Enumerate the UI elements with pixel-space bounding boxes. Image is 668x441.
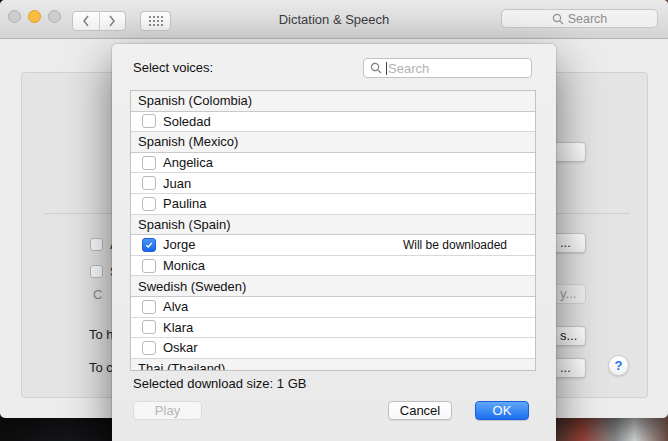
voice-checkbox[interactable] [142, 197, 156, 211]
voice-row[interactable]: Alva [131, 297, 535, 318]
ok-button[interactable]: OK [475, 401, 529, 420]
voice-checkbox[interactable] [142, 156, 156, 170]
voice-name: Soledad [163, 114, 535, 129]
cancel-button[interactable]: Cancel [388, 401, 452, 420]
voice-name: Jorge [163, 237, 403, 252]
text-caret [386, 62, 387, 75]
voice-row[interactable]: Oskar [131, 338, 535, 359]
background-checkbox-2[interactable] [90, 265, 103, 278]
title-bar: Dictation & Speech Search [0, 0, 668, 39]
language-group-header: Swedish (Sweden) [131, 276, 535, 297]
select-voices-dialog: Select voices: Search Spanish (Colombia)… [112, 44, 556, 441]
voice-checkbox[interactable] [142, 300, 156, 314]
voices-search-field[interactable]: Search [363, 58, 532, 78]
help-button[interactable]: ? [608, 355, 629, 376]
voice-row[interactable]: Soledad [131, 112, 535, 133]
voice-name: Paulina [163, 196, 535, 211]
voice-name: Angelica [163, 155, 535, 170]
voice-name: Monica [163, 258, 535, 273]
voice-checkbox[interactable] [142, 114, 156, 128]
toolbar-search-placeholder: Search [568, 12, 608, 26]
voice-name: Juan [163, 176, 535, 191]
group-label: Thai (Thailand) [138, 361, 225, 371]
language-group-header: Spanish (Colombia) [131, 91, 535, 112]
voice-name: Oskar [163, 340, 535, 355]
download-size-info: Selected download size: 1 GB [133, 376, 306, 391]
dialog-title: Select voices: [133, 60, 213, 75]
group-label: Spanish (Spain) [138, 217, 231, 232]
language-group-header: Spanish (Spain) [131, 215, 535, 236]
group-label: Swedish (Sweden) [138, 279, 246, 294]
voice-row[interactable]: Juan [131, 173, 535, 194]
group-label: Spanish (Mexico) [138, 134, 238, 149]
play-button[interactable]: Play [133, 401, 202, 420]
voice-checkbox[interactable] [142, 176, 156, 190]
voice-row[interactable]: Paulina [131, 194, 535, 215]
voice-row[interactable]: JorgeWill be downloaded [131, 235, 535, 256]
background-hint-1: To h [89, 327, 114, 342]
voice-checkbox-checked[interactable] [142, 238, 156, 252]
voice-name: Klara [163, 320, 535, 335]
search-icon [552, 13, 564, 25]
voice-row[interactable]: Monica [131, 256, 535, 277]
toolbar-search-field[interactable]: Search [501, 9, 658, 28]
voices-search-placeholder: Search [388, 61, 429, 76]
background-label-muted: C [93, 287, 102, 302]
download-note: Will be downloaded [403, 238, 507, 252]
voice-checkbox[interactable] [142, 320, 156, 334]
voices-list: Spanish (Colombia)SoledadSpanish (Mexico… [130, 90, 536, 371]
background-checkbox-1[interactable] [90, 238, 103, 251]
language-group-header: Spanish (Mexico) [131, 132, 535, 153]
voice-checkbox[interactable] [142, 341, 156, 355]
voice-row[interactable]: Angelica [131, 153, 535, 174]
voice-row[interactable]: Klara [131, 318, 535, 339]
language-group-header: Thai (Thailand) [131, 359, 535, 371]
voice-name: Alva [163, 299, 535, 314]
voice-checkbox[interactable] [142, 259, 156, 273]
group-label: Spanish (Colombia) [138, 93, 252, 108]
background-hint-2: To c [89, 360, 113, 375]
search-icon [370, 62, 382, 74]
